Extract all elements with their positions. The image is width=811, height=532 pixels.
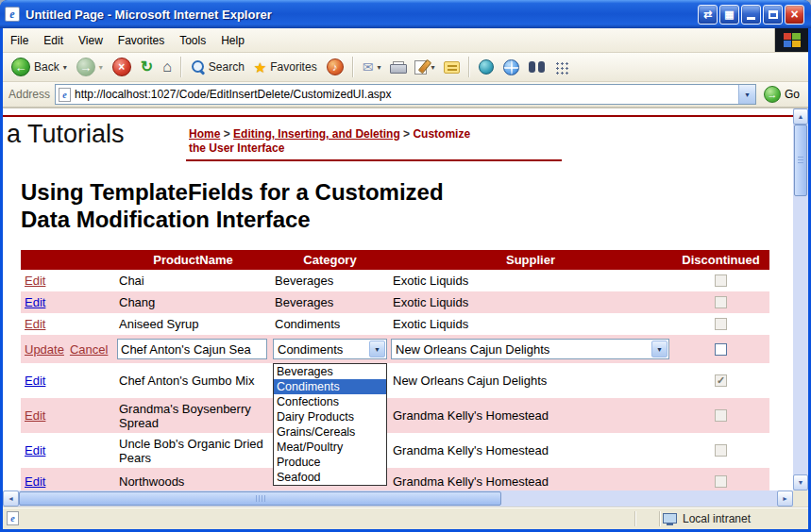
search-label: Search — [209, 60, 245, 74]
breadcrumb-home-link[interactable]: Home — [189, 127, 220, 141]
menu-help[interactable]: Help — [213, 28, 252, 52]
edit-link[interactable]: Edit — [25, 295, 45, 309]
scroll-right-button[interactable]: ► — [777, 490, 793, 507]
forward-button[interactable]: → ▾ — [73, 56, 107, 78]
dropdown-option[interactable]: Beverages — [274, 364, 386, 379]
close-button[interactable]: × — [785, 5, 804, 25]
go-button[interactable]: → Go — [761, 86, 803, 103]
stop-button[interactable]: × — [109, 56, 135, 78]
supplier-cell: Exotic Liquids — [389, 313, 672, 335]
scroll-left-icon: ◄ — [8, 495, 14, 502]
document-icon: e — [7, 511, 19, 525]
titlebar-extra-button-1[interactable]: ⇄ — [698, 5, 718, 25]
product-cell: Grandma's Boysenberry Spread — [115, 398, 271, 433]
breadcrumb-section-link[interactable]: Editing, Inserting, and Deleting — [233, 127, 400, 141]
category-select-value: Condiments — [278, 342, 343, 357]
dropdown-option[interactable]: Seafood — [274, 470, 386, 485]
category-select[interactable]: Condiments ▼ — [273, 339, 387, 359]
dropdown-option[interactable]: Grains/Cereals — [274, 424, 386, 440]
category-cell: Beverages — [271, 291, 389, 313]
back-button[interactable]: ← Back ▾ — [8, 56, 71, 78]
home-button[interactable]: ⌂ — [159, 58, 176, 76]
table-row: Edit Uncle Bob's Organic Dried Pears Gra… — [21, 433, 769, 468]
vertical-scroll-thumb[interactable] — [794, 125, 807, 196]
product-name-input[interactable]: Chef Anton's Cajun Sea — [117, 339, 267, 359]
mail-button[interactable]: ✉ ▾ — [359, 58, 385, 75]
edit-link[interactable]: Edit — [25, 317, 45, 331]
discuss-button[interactable] — [440, 59, 464, 75]
maximize-button[interactable] — [763, 5, 783, 25]
edit-link[interactable]: Edit — [25, 474, 45, 489]
favorites-button[interactable]: ★ Favorites — [250, 58, 321, 76]
forward-icon: → — [76, 58, 95, 76]
scroll-down-button[interactable]: ▼ — [793, 474, 808, 490]
search-button[interactable]: Search — [187, 58, 248, 76]
print-button[interactable] — [386, 59, 409, 75]
scroll-right-icon: ► — [782, 495, 788, 502]
world-button[interactable] — [499, 58, 523, 77]
media-button[interactable]: ♪ — [323, 57, 347, 77]
combo-arrow-button[interactable]: ▼ — [651, 341, 667, 357]
menu-file[interactable]: File — [3, 28, 36, 52]
dropdown-option[interactable]: Meat/Poultry — [274, 440, 386, 455]
refresh-button[interactable]: ↻ — [137, 58, 157, 76]
table-row: Edit Chef Anton's Gumbo Mix New Orleans … — [21, 363, 769, 398]
dropdown-option-selected[interactable]: Condiments — [274, 379, 386, 394]
vertical-scrollbar[interactable]: ▲ ▼ — [793, 108, 808, 490]
breadcrumb-separator: > — [224, 127, 230, 141]
edit-link[interactable]: Edit — [25, 274, 45, 288]
scroll-up-button[interactable]: ▲ — [793, 108, 808, 125]
update-link[interactable]: Update — [25, 342, 64, 357]
supplier-cell: Grandma Kelly's Homestead — [389, 433, 672, 468]
back-icon: ← — [11, 58, 30, 76]
discontinued-checkbox[interactable]: ✓ — [715, 343, 727, 356]
table-row-editing: Update Cancel Chef Anton's Cajun Sea Con… — [21, 335, 769, 363]
discuss-icon — [444, 61, 460, 74]
scroll-left-button[interactable]: ◄ — [3, 490, 19, 507]
category-cell: Beverages — [271, 270, 389, 291]
favorites-label: Favorites — [270, 60, 316, 74]
combo-arrow-button[interactable]: ▼ — [369, 341, 385, 357]
edit-link[interactable]: Edit — [25, 408, 45, 423]
horizontal-scroll-thumb[interactable] — [19, 491, 501, 506]
menu-view[interactable]: View — [71, 28, 110, 52]
grid-icon — [554, 60, 568, 75]
products-gridview: ProductName Category Supplier Discontinu… — [21, 250, 769, 490]
research-button[interactable] — [525, 59, 549, 75]
minimize-button[interactable] — [741, 5, 761, 25]
cancel-link[interactable]: Cancel — [70, 342, 108, 357]
menu-favorites[interactable]: Favorites — [110, 28, 172, 52]
minimize-icon — [747, 17, 755, 20]
menu-edit[interactable]: Edit — [36, 28, 71, 52]
address-dropdown-button[interactable]: ▼ — [738, 85, 755, 104]
breadcrumb: Home > Editing, Inserting, and Deleting … — [189, 127, 548, 156]
titlebar: e Untitled Page - Microsoft Internet Exp… — [0, 0, 811, 28]
tiles-button[interactable] — [550, 58, 572, 76]
supplier-cell: Grandma Kelly's Homestead — [389, 398, 672, 433]
status-bar: e Local intranet — [3, 507, 808, 529]
edit-page-button[interactable]: ▾ — [411, 58, 438, 76]
dropdown-option[interactable]: Dairy Products — [274, 409, 386, 424]
supplier-select[interactable]: New Orleans Cajun Delights ▼ — [391, 339, 669, 359]
edit-link[interactable]: Edit — [25, 443, 45, 457]
titlebar-extra-button-2[interactable]: ▦ — [719, 5, 739, 25]
category-dropdown-list: Beverages Condiments Confections Dairy P… — [273, 363, 387, 486]
header-rule-bottom — [186, 159, 562, 161]
toolbar-separator — [352, 57, 354, 77]
supplier-select-value: New Orleans Cajun Delights — [396, 342, 549, 357]
window-title: Untitled Page - Microsoft Internet Explo… — [25, 8, 698, 22]
menubar: File Edit View Favorites Tools Help — [3, 28, 808, 53]
panel-icon: ▦ — [724, 8, 734, 21]
address-input[interactable]: e http://localhost:1027/Code/EditInsertD… — [55, 84, 756, 105]
home-icon: ⌂ — [162, 59, 172, 75]
dropdown-option[interactable]: Confections — [274, 394, 386, 409]
menu-tools[interactable]: Tools — [172, 28, 213, 52]
dropdown-option[interactable]: Produce — [274, 455, 386, 470]
edit-link[interactable]: Edit — [25, 374, 45, 388]
header-rule-top — [3, 115, 793, 117]
chevron-down-icon: ▾ — [377, 63, 380, 72]
search-icon — [191, 60, 205, 75]
chevron-down-icon: ▼ — [744, 91, 751, 98]
horizontal-scrollbar[interactable]: ◄ ► — [3, 490, 793, 507]
messenger-button[interactable] — [475, 58, 498, 76]
